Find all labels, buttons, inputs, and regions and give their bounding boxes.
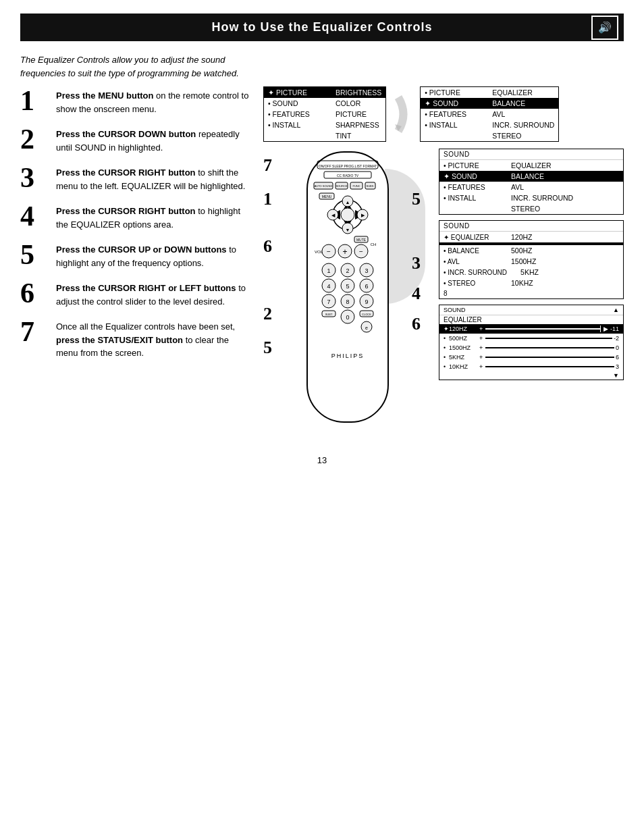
svg-text:SUBS: SUBS — [367, 184, 374, 188]
step-7-before: Once all the Equalizer controls have bee… — [56, 321, 235, 332]
label: • INCR. SURROUND — [444, 269, 507, 276]
menu-label: • FEATURES — [268, 110, 322, 118]
svg-text:5: 5 — [346, 283, 349, 290]
step-1: 1 Press the MENU button on the remote co… — [20, 86, 250, 115]
header-title: How to Use the Equalizer Controls — [211, 20, 432, 34]
overlay-5-top: 5 — [412, 189, 421, 209]
eq-header-title: SOUND — [444, 307, 466, 313]
menu-sound-row-2: • FEATURES AVL — [421, 109, 558, 120]
label: ✦ SOUND — [444, 172, 498, 180]
menu-value: BRIGHTNESS — [336, 88, 381, 97]
step-2-number: 2 — [20, 125, 51, 153]
svg-text:CC  RADIO  TV: CC RADIO TV — [337, 174, 359, 178]
eq-cursor: ✦ — [444, 325, 449, 332]
menu-label: ✦ SOUND — [425, 99, 479, 107]
menu-label: • INSTALL — [425, 121, 479, 129]
menu-label: • SOUND — [268, 99, 322, 107]
svg-text:3: 3 — [365, 267, 368, 274]
diagram-area: 7 1 6 2 5 ON/OFF SLEEP PROG.LIST FORMAT — [263, 149, 624, 435]
eq-list-row-5: • STEREO 10KHZ — [439, 278, 623, 288]
svg-text:−: − — [327, 248, 331, 255]
step-5-bold: Press the CURSOR UP or DOWN buttons — [56, 244, 227, 255]
step-2-bold: Press the CURSOR DOWN button — [56, 129, 196, 139]
page-header: How to Use the Equalizer Controls 🔊 — [20, 14, 624, 41]
step-1-text: Press the MENU button on the remote cont… — [56, 86, 250, 115]
svg-text:7: 7 — [327, 298, 330, 305]
right-menus: SOUND • PICTURE EQUALIZER ✦ SOUND BALANC… — [439, 149, 624, 435]
menu-label: • PICTURE — [425, 88, 479, 97]
step-5: 5 Press the CURSOR UP or DOWN buttons to… — [20, 240, 250, 269]
menu-sound: • PICTURE EQUALIZER ✦ SOUND BALANCE • FE… — [420, 86, 559, 142]
slider-plus: + — [479, 354, 483, 361]
remote-svg: ON/OFF SLEEP PROG.LIST FORMAT CC RADIO T… — [287, 149, 408, 432]
eq-slider-500hz: • 500HZ + -2 — [439, 334, 623, 343]
right-column: ✦ PICTURE BRIGHTNESS • SOUND COLOR • FEA… — [263, 86, 624, 435]
step-5-text: Press the CURSOR UP or DOWN buttons to h… — [56, 240, 250, 269]
slider-plus: + — [479, 335, 483, 342]
eq-freq-label: 120HZ — [449, 325, 479, 332]
step-6-number: 6 — [20, 279, 51, 307]
overlay-2: 2 — [263, 304, 272, 324]
slider-track-5k — [485, 357, 614, 358]
step-overlays-right: 5 3 4 6 — [412, 149, 432, 435]
overlay-5-bot: 5 — [263, 338, 272, 358]
menu-value: BALANCE — [492, 99, 525, 107]
svg-text:2: 2 — [346, 267, 349, 274]
step-6-text: Press the CURSOR RIGHT or LEFT buttons t… — [56, 279, 250, 308]
svg-text:−: − — [359, 248, 363, 255]
label: • INSTALL — [444, 194, 498, 202]
menu-sound-row-1: ✦ SOUND BALANCE — [421, 98, 558, 109]
main-content: 1 Press the MENU button on the remote co… — [20, 86, 624, 435]
svg-text:FUNC: FUNC — [352, 184, 360, 188]
menu-value: COLOR — [336, 99, 360, 107]
menu-eq-title: SOUND — [439, 221, 623, 232]
menu-value: PICTURE — [336, 110, 367, 118]
step-3-bold: Press the CURSOR RIGHT button — [56, 167, 196, 178]
eq-slider-1500hz: • 1500HZ + 0 — [439, 343, 623, 353]
value: 1500HZ — [511, 257, 536, 265]
step-2-text: Press the CURSOR DOWN button repeatedly … — [56, 125, 250, 154]
svg-text:MENU: MENU — [322, 194, 332, 199]
overlay-7: 7 — [263, 155, 272, 176]
eq-bullet: • — [444, 363, 449, 370]
slider-value: 6 — [616, 354, 619, 361]
eq-slider-120hz: ✦ 120HZ + ▶ -11 — [439, 324, 623, 334]
value: INCR. SURROUND — [511, 194, 573, 202]
label: • PICTURE — [444, 161, 498, 170]
remote-container: ON/OFF SLEEP PROG.LIST FORMAT CC RADIO T… — [287, 149, 408, 435]
value: 120HZ — [511, 233, 533, 241]
eq-slider-5khz: • 5KHZ + 6 — [439, 353, 623, 362]
value: AVL — [511, 183, 524, 191]
sound-row-0: • PICTURE EQUALIZER — [439, 160, 623, 171]
slider-arrow: ▶ -11 — [603, 325, 619, 332]
label: • BALANCE — [444, 247, 498, 255]
menu-value: INCR. SURROUND — [492, 121, 554, 129]
menu-sound-row-3: • INSTALL INCR. SURROUND — [421, 120, 558, 130]
menu-picture-row-4: TINT — [264, 130, 385, 141]
eq-slider-header: SOUND ▲ — [439, 305, 623, 315]
step-6-bold: Press the CURSOR RIGHT or LEFT buttons — [56, 283, 236, 293]
step-1-number: 1 — [20, 86, 51, 115]
step-overlays-left: 7 1 6 2 5 — [263, 149, 284, 435]
step-2: 2 Press the CURSOR DOWN button repeatedl… — [20, 125, 250, 154]
slider-plus: + — [479, 363, 483, 370]
sound-row-4: STEREO — [439, 203, 623, 214]
eq-list-row-4: • INCR. SURROUND 5KHZ — [439, 267, 623, 278]
step-1-bold: Press the MENU button — [56, 90, 153, 101]
menu-picture-row-0: ✦ PICTURE BRIGHTNESS — [264, 87, 385, 98]
eq-freq-label: 10KHZ — [449, 363, 479, 370]
svg-text:8: 8 — [346, 298, 349, 305]
slider-track-1500 — [485, 347, 614, 348]
eq-freq-label: 5KHZ — [449, 354, 479, 361]
slider-track-120 — [485, 328, 601, 330]
svg-text:+: + — [342, 247, 347, 257]
value: 5KHZ — [520, 268, 539, 276]
slider-value: -2 — [614, 335, 619, 342]
menu-label: ✦ PICTURE — [268, 88, 322, 97]
eq-slider-subtitle: EQUALIZER — [439, 315, 623, 324]
svg-text:AUTO SOUND: AUTO SOUND — [315, 184, 333, 188]
value: 10KHZ — [511, 279, 533, 287]
menu-sound-row-0: • PICTURE EQUALIZER — [421, 87, 558, 98]
menu-value: AVL — [492, 110, 505, 118]
intro-text: The Equalizer Controls allow you to adju… — [20, 53, 250, 80]
